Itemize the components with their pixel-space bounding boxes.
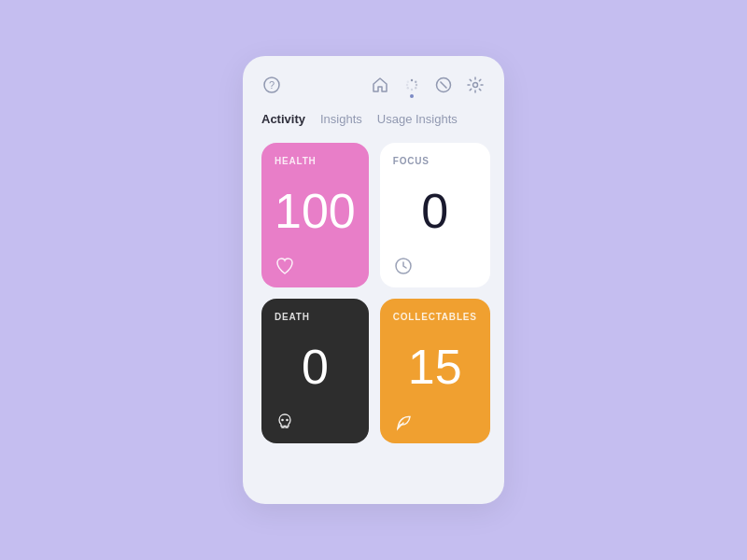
app-card: ? [243,56,504,504]
death-value: 0 [275,343,356,391]
svg-point-12 [473,83,478,88]
svg-point-3 [415,81,416,83]
focus-value: 0 [393,187,477,235]
health-value: 100 [275,187,356,235]
svg-point-2 [411,79,413,81]
health-card: HEALTH 100 [261,143,369,287]
svg-point-15 [286,419,289,422]
health-label: HEALTH [275,156,356,166]
skull-icon [275,412,356,432]
svg-point-5 [415,87,416,89]
collectables-card: COLLECTABLES 15 [380,299,490,443]
header: ? [261,75,486,95]
loading-icon[interactable] [402,75,422,95]
svg-line-11 [441,82,447,89]
collectables-label: COLLECTABLES [393,312,477,322]
header-left: ? [261,75,282,95]
heart-icon [275,256,356,276]
svg-point-14 [281,419,284,422]
death-label: DEATH [275,312,356,322]
leaf-icon [393,412,477,432]
nav-tabs: Activity Insights Usage Insights [261,112,486,128]
clear-icon[interactable] [433,75,454,95]
focus-card: FOCUS 0 [380,143,490,287]
svg-point-8 [406,84,408,86]
header-icons [370,75,486,95]
settings-icon[interactable] [465,75,486,95]
collectables-value: 15 [393,343,477,391]
svg-text:?: ? [269,79,275,91]
focus-label: FOCUS [393,156,477,166]
tab-activity[interactable]: Activity [261,112,305,128]
svg-point-4 [416,84,417,86]
svg-point-9 [407,81,409,83]
svg-point-7 [407,87,409,89]
home-icon[interactable] [370,75,390,95]
stats-grid: HEALTH 100 FOCUS 0 DEATH 0 [261,143,486,443]
tab-insights[interactable]: Insights [320,112,362,128]
help-icon[interactable]: ? [261,75,282,95]
tab-usage-insights[interactable]: Usage Insights [377,112,458,128]
death-card: DEATH 0 [261,299,369,443]
clock-icon [393,256,477,276]
svg-point-6 [411,89,413,91]
